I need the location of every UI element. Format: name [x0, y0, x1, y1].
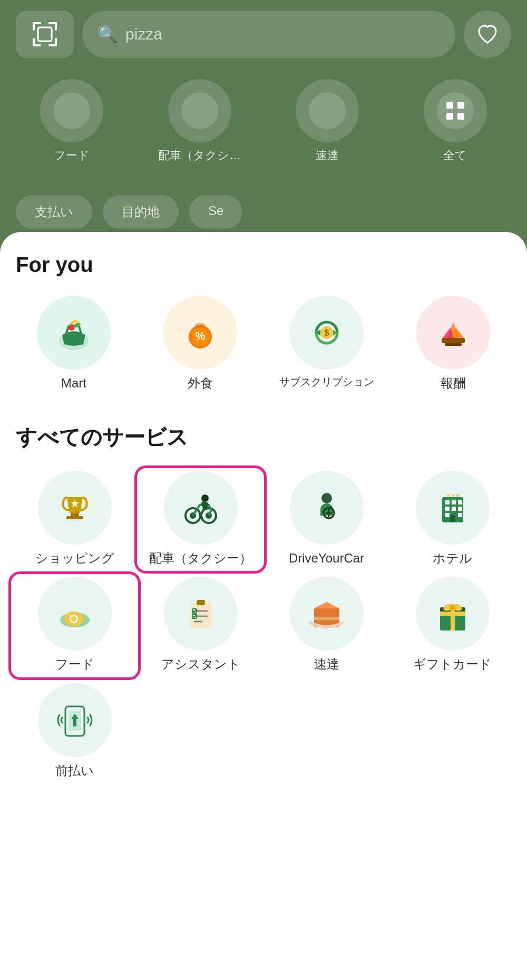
giftcard-label: ギフトカード	[413, 656, 492, 672]
taxi-icon-circle	[164, 471, 238, 545]
rewards-icon-circle	[416, 296, 490, 370]
service-item-driveyourcar[interactable]: DriveYourCar	[268, 471, 385, 566]
prepay-svg-icon	[54, 699, 96, 741]
giftcard-icon-circle	[416, 577, 490, 651]
svg-rect-17	[457, 102, 464, 109]
assistant-label: アシスタント	[161, 656, 240, 672]
mart-svg-icon	[53, 312, 95, 354]
svg-rect-46	[445, 500, 450, 504]
mart-label: Mart	[61, 375, 86, 391]
for-you-title: For you	[16, 253, 511, 277]
express-svg-icon-2	[306, 593, 348, 635]
svg-point-40	[201, 494, 209, 502]
hotel-label: ホテル	[433, 550, 472, 566]
svg-rect-19	[457, 113, 464, 120]
svg-point-11	[181, 92, 218, 129]
category-food[interactable]: 🍳 フード	[16, 79, 128, 163]
bottom-sheet: For you Mart	[0, 232, 527, 980]
subscription-label: サブスクリプション	[279, 375, 374, 389]
category-express-label: 速達	[316, 148, 339, 163]
hotel-icon-circle: ★★★	[416, 471, 490, 545]
dining-icon-circle: %	[163, 296, 237, 370]
svg-rect-34	[66, 516, 83, 519]
food-svg-icon-2	[54, 593, 96, 635]
subscription-icon-circle: $	[290, 296, 364, 370]
svg-rect-5	[33, 38, 35, 46]
service-item-hotel[interactable]: ★★★ ホテル	[394, 471, 511, 566]
filter-destination[interactable]: 目的地	[103, 195, 179, 229]
category-all-label: 全て	[443, 148, 467, 163]
svg-rect-51	[458, 507, 462, 511]
svg-rect-54	[450, 515, 455, 522]
svg-point-9	[53, 92, 90, 129]
taxi-svg-icon-2	[180, 487, 222, 529]
category-food-label: フード	[54, 148, 90, 163]
driveyourcar-svg-icon	[306, 487, 348, 529]
driveyourcar-icon-circle	[290, 471, 364, 545]
shopping-label: ショッピング	[35, 550, 114, 566]
rewards-svg-icon	[432, 312, 474, 354]
category-taxi-label: 配車（タクシ…	[158, 148, 241, 163]
category-row: 🍳 フード 🏍️ 配車（タクシ… 📦 速達	[0, 79, 527, 163]
for-you-item-dining[interactable]: % 外食	[142, 296, 258, 391]
heart-icon	[476, 23, 499, 46]
svg-point-13	[309, 92, 346, 129]
food-svg-icon: 🍳	[53, 92, 90, 129]
svg-rect-50	[452, 507, 456, 511]
svg-rect-69	[314, 617, 339, 620]
hotel-svg-icon: ★★★	[432, 487, 474, 529]
svg-point-59	[71, 616, 76, 622]
dining-svg-icon: %	[179, 312, 221, 354]
svg-rect-31	[442, 338, 465, 343]
shopping-svg-icon	[54, 487, 96, 529]
category-all[interactable]: 全て	[399, 79, 512, 163]
for-you-item-mart[interactable]: Mart	[16, 296, 132, 391]
svg-rect-53	[458, 513, 462, 517]
scan-button[interactable]	[16, 11, 74, 58]
food-label-2: フード	[55, 656, 94, 672]
service-item-taxi-highlighted[interactable]: 配車（タクシー）	[142, 471, 259, 566]
search-icon: 🔍	[97, 24, 118, 44]
category-taxi[interactable]: 🏍️ 配車（タクシ…	[144, 79, 256, 163]
svg-rect-7	[55, 38, 57, 46]
svg-rect-1	[33, 22, 35, 31]
search-input-text: pizza	[125, 25, 162, 43]
filter-payment[interactable]: 支払い	[16, 195, 92, 229]
svg-text:★★★: ★★★	[445, 492, 460, 498]
svg-rect-8	[38, 27, 52, 41]
search-bar[interactable]: 🔍 pizza	[82, 11, 455, 58]
svg-rect-49	[445, 507, 450, 511]
category-express[interactable]: 📦 速達	[271, 79, 384, 163]
service-item-food-highlighted[interactable]: フード	[16, 577, 133, 672]
svg-point-76	[450, 605, 455, 610]
favorites-button[interactable]	[464, 11, 511, 58]
express-svg-icon: 📦	[309, 92, 346, 129]
filter-se[interactable]: Se	[189, 195, 242, 229]
giftcard-svg-icon	[432, 593, 474, 635]
scan-icon	[31, 20, 59, 48]
service-item-prepay[interactable]: 前払い	[16, 683, 133, 779]
service-item-giftcard[interactable]: ギフトカード	[394, 577, 511, 672]
svg-point-41	[321, 493, 332, 503]
svg-marker-68	[314, 602, 339, 608]
express-label: 速達	[314, 656, 339, 672]
category-express-icon: 📦	[296, 79, 359, 142]
for-you-item-subscription[interactable]: $ サブスクリプション	[269, 296, 385, 391]
service-item-assistant[interactable]: アシスタント	[142, 577, 259, 672]
service-item-express[interactable]: 速達	[268, 577, 385, 672]
for-you-item-rewards[interactable]: 報酬	[395, 296, 511, 391]
svg-rect-3	[55, 22, 57, 31]
svg-rect-16	[446, 102, 453, 109]
express-icon-circle	[290, 577, 364, 651]
driveyourcar-label: DriveYourCar	[289, 550, 364, 566]
svg-rect-33	[71, 513, 79, 516]
all-services-title: すべてのサービス	[16, 423, 511, 452]
service-item-shopping[interactable]: ショッピング	[16, 471, 133, 566]
category-food-icon: 🍳	[40, 79, 103, 142]
mart-icon-circle	[37, 296, 111, 370]
svg-rect-52	[445, 513, 450, 517]
svg-text:$: $	[325, 328, 329, 337]
category-all-icon	[424, 79, 487, 142]
svg-rect-32	[445, 343, 462, 346]
all-services-grid: ショッピング 配車（タクシー）	[16, 471, 511, 779]
